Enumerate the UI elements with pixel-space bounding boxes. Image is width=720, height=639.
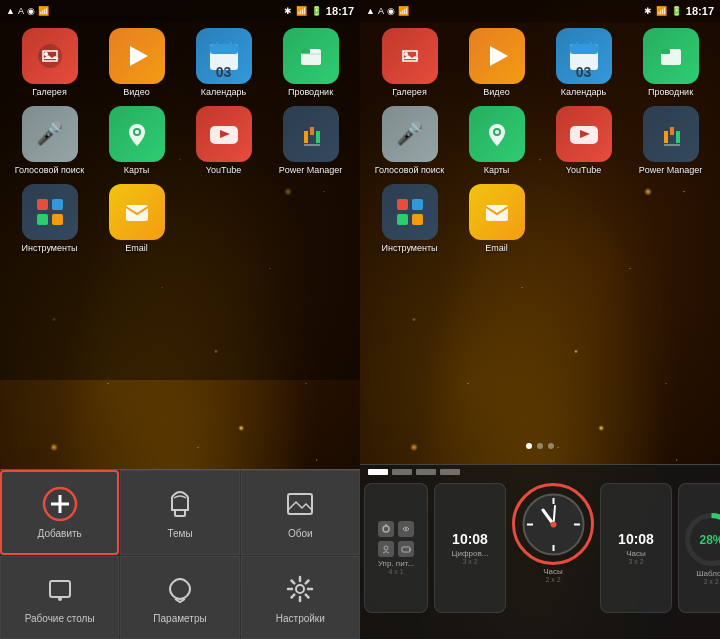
ctrl-3 [416,469,436,475]
r-status-icon-2: A [378,6,384,16]
voice-label-right: Голосовой поиск [375,165,445,176]
svg-point-49 [383,526,389,532]
svg-rect-44 [397,199,408,210]
svg-rect-45 [412,199,423,210]
app-voice-right[interactable]: 🎤 Голосовой поиск [368,106,451,176]
app-calendar-left[interactable]: 03 Календарь [182,28,265,98]
status-icon-4: 📶 [38,6,49,16]
svg-point-62 [550,521,556,527]
params-label: Параметры [153,613,206,624]
menu-settings[interactable]: Настройки [241,556,360,639]
calendar-label-left: Календарь [201,87,246,98]
app-youtube-right[interactable]: YouTube [542,106,625,176]
app-maps-right[interactable]: Карты [455,106,538,176]
digital-clock-size: 3 x 2 [462,558,477,565]
widget-power-size: 4 x 1 [388,568,403,575]
add-label: Добавить [38,528,82,539]
menu-params[interactable]: Параметры [120,556,239,639]
app-youtube-left[interactable]: YouTube [182,106,265,176]
svg-rect-15 [304,144,320,146]
r-status-icon-1: ▲ [366,6,375,16]
app-email-right[interactable]: Email [455,184,538,254]
menu-themes[interactable]: Темы [120,470,239,555]
r-battery-icon: 🔋 [671,6,682,16]
right-apps-grid: Галерея Видео 03 Календарь Проводник 🎤 [368,28,712,253]
ctrl-1 [368,469,388,475]
widget-analog-clock-wrapper[interactable]: Часы 2 x 2 [512,483,594,613]
calendar-icon-right: 03 [556,28,612,84]
widget-digital-clock[interactable]: 10:08 Цифров... 3 x 2 [434,483,506,613]
pagination-dots [360,443,720,449]
menu-desktops[interactable]: Рабочие столы [0,556,119,639]
clock2-time: 10:08 [618,531,654,547]
svg-rect-12 [304,131,308,143]
add-icon [42,486,78,522]
svg-rect-24 [175,510,185,516]
status-icon-3: ◉ [27,6,35,16]
status-icon-2: A [18,6,24,16]
left-status-right: ✱ 📶 🔋 18:17 [284,5,354,17]
widget-bar: Упр. пит... 4 x 1 10:08 Цифров... 3 x 2 [360,464,720,639]
svg-rect-3 [210,44,238,54]
app-power-left[interactable]: Power Manager [269,106,352,176]
app-explorer-right[interactable]: Проводник [629,28,712,98]
widget-power-controls [378,521,414,557]
app-voice-left[interactable]: 🎤 Голосовой поиск [8,106,91,176]
widget-power[interactable]: Упр. пит... 4 x 1 [364,483,428,613]
svg-rect-7 [301,49,310,54]
right-time: 18:17 [686,5,714,17]
app-video-right[interactable]: Видео [455,28,538,98]
youtube-label-right: YouTube [566,165,601,176]
gallery-icon-left [22,28,78,84]
clock2-label: Часы [626,549,646,558]
svg-point-27 [58,597,62,601]
gallery-label-right: Галерея [392,87,427,98]
app-tools-left[interactable]: Инструменты [8,184,91,254]
app-video-left[interactable]: Видео [95,28,178,98]
percent-circle: 28% [684,512,721,567]
email-icon-left [109,184,165,240]
calendar-icon-left: 03 [196,28,252,84]
ctrl-4 [440,469,460,475]
right-status-bar: ▲ A ◉ 📶 ✱ 📶 🔋 18:17 [360,0,720,22]
app-gallery-left[interactable]: Галерея [8,28,91,98]
app-maps-left[interactable]: Карты [95,106,178,176]
app-power-right[interactable]: Power Manager [629,106,712,176]
settings-label: Настройки [276,613,325,624]
tools-icon-left [22,184,78,240]
menu-wallpaper[interactable]: Обои [241,470,360,555]
maps-label-left: Карты [124,165,150,176]
svg-rect-40 [664,131,668,143]
svg-point-9 [135,130,139,134]
menu-add[interactable]: Добавить [0,470,119,555]
svg-rect-35 [661,49,670,54]
maps-icon-left [109,106,165,162]
right-status-icons: ▲ A ◉ 📶 [366,6,409,16]
email-label-right: Email [485,243,508,254]
svg-point-51 [405,528,407,530]
gallery-icon-right [382,28,438,84]
app-explorer-left[interactable]: Проводник [269,28,352,98]
app-tools-right[interactable]: Инструменты [368,184,451,254]
clock2-size: 3 x 2 [628,558,643,565]
left-time: 18:17 [326,5,354,17]
widget-template[interactable]: 28% Шаблон 3 x 2 [678,483,720,613]
digital-clock-time: 10:08 [452,531,488,547]
calendar-label-right: Календарь [561,87,606,98]
template-label: Шаблон [696,569,720,578]
app-calendar-right[interactable]: 03 Календарь [542,28,625,98]
left-apps-grid: Галерея Видео 03 Календарь Проводник 🎤 [8,28,352,253]
svg-point-52 [384,546,388,550]
widget-clock2[interactable]: 10:08 Часы 3 x 2 [600,483,672,613]
play-icon-left [130,46,148,66]
params-icon [162,571,198,607]
bottom-menu: Добавить Темы Обои [0,469,360,639]
ctrl-2 [392,469,412,475]
app-email-left[interactable]: Email [95,184,178,254]
analog-clock [518,489,588,559]
power-label-right: Power Manager [639,165,703,176]
video-label-right: Видео [483,87,509,98]
svg-rect-31 [570,44,598,54]
tools-label-left: Инструменты [21,243,77,254]
app-gallery-right[interactable]: Галерея [368,28,451,98]
